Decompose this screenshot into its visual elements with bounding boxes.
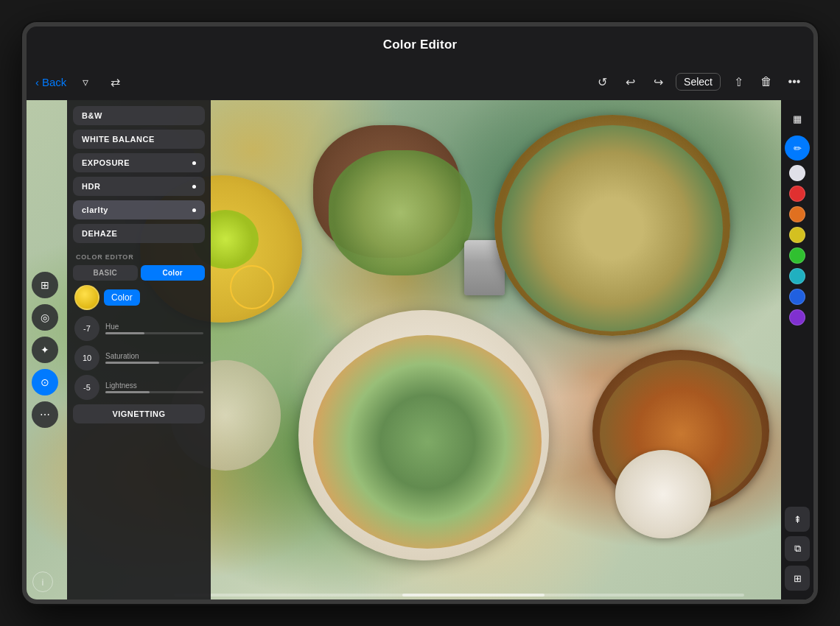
saturation-track[interactable]: [105, 362, 203, 364]
filter-icon-btn[interactable]: ⊙: [32, 369, 58, 395]
color-dot-white[interactable]: [789, 165, 805, 181]
redo-icon[interactable]: ↪: [648, 71, 668, 92]
scroll-bar[interactable]: [174, 594, 744, 597]
cucumber-content: [329, 150, 472, 275]
hdr-indicator: [192, 185, 196, 189]
vignetting-button[interactable]: VIGNETTING: [73, 404, 205, 423]
color-editor-section: BASIC Color Color -7 Hue: [67, 262, 211, 429]
clarity-label: clarIty: [82, 205, 108, 214]
color-tab[interactable]: Color: [141, 265, 206, 281]
back-button[interactable]: ‹ Back: [35, 76, 66, 88]
white-balance-button[interactable]: WHITE BALANCE: [73, 130, 205, 149]
lightness-label: Lightness: [105, 381, 203, 390]
lens-icon-btn[interactable]: ◎: [32, 304, 58, 331]
clarity-indicator: [192, 208, 196, 212]
pizza-content: [502, 125, 723, 331]
color-circle-picker[interactable]: [74, 285, 99, 310]
lightness-fill: [105, 391, 150, 393]
lightness-slider-container: Lightness: [105, 381, 203, 393]
lightness-track[interactable]: [105, 391, 203, 393]
hue-track[interactable]: [105, 332, 203, 334]
info-button[interactable]: i: [32, 572, 53, 592]
app-title: Color Editor: [383, 38, 458, 52]
device-frame: Color Editor ‹ Back ▿ ⇄ ↺ ↩ ↪ Select ⇧ 🗑…: [22, 22, 818, 604]
more-icon[interactable]: •••: [784, 71, 805, 92]
hue-label: Hue: [105, 323, 203, 331]
export-icon-btn[interactable]: ⇞: [785, 507, 810, 532]
color-dot-teal[interactable]: [789, 268, 805, 284]
hue-value: -7: [74, 316, 99, 341]
dehaze-button[interactable]: DEHAZE: [73, 224, 205, 243]
saturation-value: 10: [74, 345, 99, 370]
lightness-value: -5: [74, 375, 99, 400]
exposure-button[interactable]: EXPOSURE: [73, 153, 205, 172]
main-area: ⊞ ◎ ✦ ⊙ ⋯ i B&W WHITE BALANCE: [27, 100, 813, 599]
select-button[interactable]: Select: [676, 73, 721, 91]
color-circle-row: Color: [73, 285, 205, 310]
share-icon[interactable]: ⇧: [728, 71, 749, 92]
toolbar-right: ↺ ↩ ↪ Select ⇧ 🗑 •••: [592, 71, 805, 92]
clarity-button[interactable]: clarIty: [73, 200, 205, 219]
scroll-thumb: [402, 594, 545, 597]
hue-fill: [105, 332, 144, 334]
right-tool-icons: ▦ ✏ ⇞ ⧉ ⊞: [781, 100, 813, 599]
back-label: Back: [42, 76, 66, 88]
toolbar: ‹ Back ▿ ⇄ ↺ ↩ ↪ Select ⇧ 🗑 •••: [27, 63, 813, 100]
layers-icon-btn-right[interactable]: ⧉: [785, 536, 810, 561]
brush-icon-btn[interactable]: ✦: [32, 337, 58, 363]
color-dot-purple[interactable]: [789, 309, 805, 326]
saturation-slider-row: 10 Saturation: [73, 345, 205, 370]
basic-tab[interactable]: BASIC: [73, 265, 138, 281]
color-tab-row: BASIC Color: [73, 265, 205, 281]
bw-button[interactable]: B&W: [73, 106, 205, 125]
sort-icon[interactable]: ⇄: [105, 71, 125, 92]
rotate-left-icon[interactable]: ↺: [592, 71, 612, 92]
dehaze-label: DEHAZE: [82, 229, 117, 238]
saturation-label: Saturation: [105, 352, 203, 360]
bw-label: B&W: [82, 111, 102, 120]
white-balance-label: WHITE BALANCE: [82, 135, 155, 144]
color-dot-green[interactable]: [789, 247, 805, 264]
saturation-fill: [105, 362, 159, 364]
left-tool-icons: ⊞ ◎ ✦ ⊙ ⋯: [27, 266, 63, 434]
hue-slider-container: Hue: [105, 323, 203, 334]
chevron-left-icon: ‹: [35, 76, 39, 88]
lightness-slider-row: -5 Lightness: [73, 375, 205, 400]
color-label-button[interactable]: Color: [104, 289, 140, 306]
saturation-slider-container: Saturation: [105, 352, 203, 364]
sidebar-tools: B&W WHITE BALANCE EXPOSURE HDR clarIty: [67, 100, 211, 250]
trash-icon[interactable]: 🗑: [756, 71, 777, 92]
hdr-label: HDR: [82, 182, 100, 191]
exposure-indicator: [192, 161, 196, 165]
undo-icon[interactable]: ↩: [620, 71, 640, 92]
hue-slider-row: -7 Hue: [73, 316, 205, 341]
texture-icon-btn[interactable]: ▦: [785, 106, 810, 131]
color-dot-blue[interactable]: [789, 289, 805, 305]
color-dot-orange[interactable]: [789, 206, 805, 222]
hdr-button[interactable]: HDR: [73, 177, 205, 196]
app-content: ‹ Back ▿ ⇄ ↺ ↩ ↪ Select ⇧ 🗑 •••: [27, 63, 813, 599]
grid-icon-btn[interactable]: ⊞: [785, 566, 810, 591]
layers-icon-btn[interactable]: ⊞: [32, 272, 58, 298]
bottom-right-icons: ⇞ ⧉ ⊞: [785, 507, 810, 594]
title-bar: Color Editor: [27, 27, 813, 63]
color-dot-yellow[interactable]: [789, 227, 805, 243]
sauce-bowl: [615, 450, 711, 538]
toolbar-left: ‹ Back ▿ ⇄: [35, 71, 586, 92]
dots-icon-btn[interactable]: ⋯: [32, 401, 58, 428]
color-editor-section-label: COLOR EDITOR: [67, 250, 211, 262]
pen-icon-btn[interactable]: ✏: [785, 136, 810, 161]
filter-icon[interactable]: ▿: [75, 71, 96, 92]
exposure-label: EXPOSURE: [82, 158, 130, 167]
color-dot-red[interactable]: [789, 186, 805, 202]
salad-plate: [313, 335, 542, 549]
left-sidebar: B&W WHITE BALANCE EXPOSURE HDR clarIty: [67, 100, 211, 599]
